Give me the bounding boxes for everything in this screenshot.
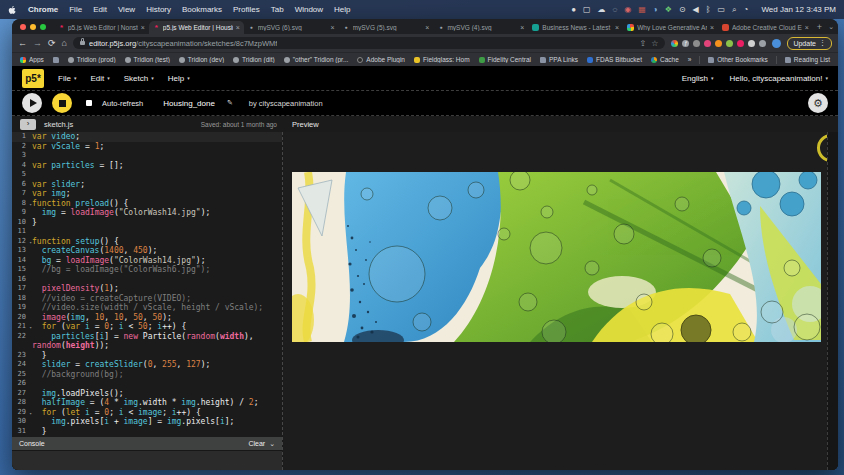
bluetooth-status-icon[interactable]: ᛒ <box>706 6 711 14</box>
rss-extension-icon[interactable] <box>715 40 722 47</box>
chrome-update-button[interactable]: Update ⋮ <box>787 37 832 50</box>
play-button[interactable] <box>22 93 42 113</box>
menu-edit[interactable]: Edit <box>93 5 107 14</box>
project-name[interactable]: Housing_done <box>163 99 215 108</box>
edit-name-icon[interactable]: ✎ <box>227 99 233 107</box>
profile-avatar[interactable] <box>772 39 781 48</box>
gear-status-icon[interactable]: ⊙ <box>679 6 686 14</box>
bookmark-item[interactable]: Tridion (prod) <box>68 56 116 63</box>
rainbow-extension-icon[interactable] <box>671 40 678 47</box>
console-collapse-icon[interactable]: ⌄ <box>269 440 275 448</box>
donut-extension-icon[interactable] <box>737 40 744 47</box>
back-icon[interactable]: ← <box>18 39 27 48</box>
bookmark-item[interactable]: Tridion (test) <box>125 56 170 63</box>
menu-view[interactable]: View <box>118 5 135 14</box>
menu-help[interactable]: Help <box>334 5 350 14</box>
pin-extension-icon[interactable] <box>726 40 733 47</box>
home-icon[interactable]: ⌂ <box>62 39 67 48</box>
bookmark-item[interactable]: Fieldglass: Hom <box>414 56 470 63</box>
stop-button[interactable] <box>52 93 72 113</box>
file-tab-sketchjs[interactable]: sketch.js <box>44 120 73 129</box>
menu-tab[interactable]: Tab <box>271 5 284 14</box>
close-icon[interactable]: × <box>520 24 524 31</box>
close-icon[interactable]: × <box>425 24 429 31</box>
bookmark-item[interactable] <box>53 57 59 63</box>
console-output[interactable] <box>12 450 282 470</box>
browser-tab[interactable]: *p5.js Web Editor | Nonsto× <box>54 21 149 34</box>
p5-logo[interactable]: p5* <box>22 69 44 88</box>
f7-extension-icon[interactable]: ƒ <box>682 40 689 47</box>
camera-status-icon[interactable]: ◉ <box>624 6 631 14</box>
omnibox[interactable]: editor.p5js.org/cityscapeanimation/sketc… <box>73 37 665 49</box>
project-author[interactable]: by cityscapeanimation <box>249 99 323 108</box>
editor-menu-edit[interactable]: Edit▾ <box>90 74 109 83</box>
menu-window[interactable]: Window <box>295 5 323 14</box>
gray-extension-icon[interactable] <box>693 40 700 47</box>
browser-tab[interactable]: Business News - Latest× <box>528 21 623 34</box>
puzzle-extension-icon[interactable] <box>759 40 766 47</box>
menu-bookmarks[interactable]: Bookmarks <box>182 5 222 14</box>
browser-tab[interactable]: Why Love Generative Ar× <box>623 21 718 34</box>
close-icon[interactable]: × <box>141 24 145 31</box>
cloud-status-icon[interactable]: ☁ <box>598 6 606 14</box>
account-menu[interactable]: Hello, cityscapeanimation!▾ <box>730 74 828 83</box>
auto-refresh-checkbox[interactable] <box>86 100 92 106</box>
menu-file[interactable]: File <box>69 5 82 14</box>
volume-status-icon[interactable]: ◀ <box>693 6 699 14</box>
bookmark-item[interactable]: "other" Tridion (pr... <box>284 56 349 63</box>
sync-status-icon[interactable]: ◌ <box>613 6 618 14</box>
language-select[interactable]: English▾ <box>682 74 714 83</box>
editor-menu-help[interactable]: Help▾ <box>168 74 190 83</box>
forward-icon[interactable]: → <box>33 39 42 48</box>
browser-tab[interactable]: ●mySVG (4).svg× <box>433 21 528 34</box>
share-icon[interactable]: ⇪ <box>640 39 647 48</box>
menu-profiles[interactable]: Profiles <box>233 5 260 14</box>
browser-tab[interactable]: Adobe Creative Cloud E× <box>718 21 813 34</box>
editor-menu-file[interactable]: File▾ <box>58 74 76 83</box>
reading-list[interactable]: Reading List <box>785 56 830 63</box>
bookmark-item[interactable]: Fidelity Central <box>479 56 531 63</box>
sidebar-expand-button[interactable]: › <box>20 119 36 130</box>
settings-button[interactable]: ⚙ <box>808 93 828 113</box>
console-clear-button[interactable]: Clear <box>248 440 265 447</box>
user-status-icon[interactable]: ◔ <box>744 6 749 14</box>
editor-menu-sketch[interactable]: Sketch▾ <box>124 74 154 83</box>
minimize-window-button[interactable] <box>30 24 36 30</box>
bookmark-item[interactable]: Adobe Plugin <box>357 56 405 63</box>
pink-extension-icon[interactable] <box>704 40 711 47</box>
reload-icon[interactable]: ⟳ <box>48 39 56 48</box>
display-status-icon[interactable]: ▢ <box>583 6 591 14</box>
record-status-icon[interactable]: ● <box>571 6 576 14</box>
browser-tab[interactable]: ●mySVG (5).svg× <box>339 21 434 34</box>
bookmark-item[interactable]: Apps <box>20 56 44 63</box>
search-status-icon[interactable]: ⌕ <box>732 6 736 14</box>
color-status-icon[interactable]: ❖ <box>665 6 672 14</box>
close-icon[interactable]: × <box>330 24 334 31</box>
close-icon[interactable]: × <box>710 24 714 31</box>
zoom-window-button[interactable] <box>40 24 46 30</box>
menu-history[interactable]: History <box>146 5 171 14</box>
bookmark-item[interactable]: Tridion (dit) <box>233 56 275 63</box>
browser-tab[interactable]: *p5.js Web Editor | Housin× <box>149 21 244 34</box>
close-icon[interactable]: × <box>236 24 240 31</box>
paw-extension-icon[interactable] <box>748 40 755 47</box>
bookmarks-overflow-icon[interactable]: » <box>688 56 692 63</box>
red-app-status-icon[interactable]: ▦ <box>638 6 646 14</box>
bookmark-item[interactable]: PPA Links <box>540 56 578 63</box>
url-text[interactable]: editor.p5js.org/cityscapeanimation/sketc… <box>89 39 277 48</box>
bookmark-star-icon[interactable]: ☆ <box>651 39 658 48</box>
preview-scrollbar[interactable] <box>827 132 838 470</box>
bookmark-item[interactable]: Tridion (dev) <box>179 56 224 63</box>
bookmark-item[interactable]: Cache clear site <box>651 56 679 63</box>
new-tab-button[interactable]: + <box>817 22 822 32</box>
other-bookmarks[interactable]: Other Bookmarks <box>708 56 768 63</box>
tab-search-chevron-icon[interactable]: ⌄ <box>828 23 834 31</box>
menu-chrome[interactable]: Chrome <box>28 5 58 14</box>
close-icon[interactable]: × <box>615 24 619 31</box>
browser-tab[interactable]: ●mySVG (6).svg× <box>244 21 339 34</box>
close-window-button[interactable] <box>20 24 26 30</box>
lock-icon[interactable] <box>80 41 85 45</box>
vpn-status-icon[interactable]: ◑ <box>653 6 658 14</box>
bookmark-item[interactable]: FDAS Bitbucket <box>587 56 642 63</box>
close-icon[interactable]: × <box>805 24 809 31</box>
